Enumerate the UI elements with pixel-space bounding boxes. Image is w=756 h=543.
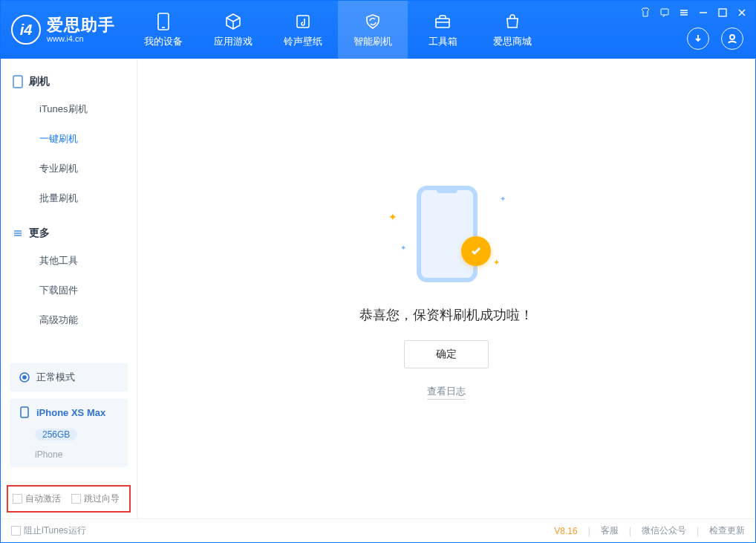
svg-rect-9: [719, 9, 726, 16]
sidebar-group-flash: 刷机: [1, 69, 137, 94]
refresh-shield-icon: [363, 12, 382, 31]
sidebar-item-batch-flash[interactable]: 批量刷机: [1, 183, 137, 213]
device-info-row[interactable]: iPhone XS Max 256GB iPhone: [10, 399, 128, 467]
logo-letter: i4: [20, 22, 33, 39]
sidebar-item-download-firmware[interactable]: 下载固件: [1, 276, 137, 305]
sparkle-icon: ✦: [388, 211, 397, 223]
svg-point-12: [730, 35, 734, 39]
window-controls: [639, 7, 748, 19]
sparkle-icon: ✦: [500, 195, 506, 203]
cube-icon: [224, 12, 243, 31]
sidebar-group-title: 更多: [29, 227, 50, 240]
tab-toolbox[interactable]: 工具箱: [408, 1, 478, 59]
phone-icon: [13, 75, 23, 88]
close-button[interactable]: [736, 7, 748, 19]
tab-ringtones-wallpapers[interactable]: 铃声壁纸: [268, 1, 338, 59]
divider: |: [588, 526, 590, 536]
device-icon: [154, 12, 173, 31]
svg-rect-13: [13, 76, 22, 88]
sidebar-group-title: 刷机: [29, 75, 50, 88]
device-phone-icon: [19, 406, 30, 418]
list-icon: [13, 228, 23, 238]
checkbox-icon: [71, 494, 81, 504]
header: i4 爱思助手 www.i4.cn 我的设备 应用游戏 铃声壁纸 智能刷机: [1, 1, 755, 59]
user-account-button[interactable]: [721, 27, 743, 50]
sparkle-icon: ✦: [400, 244, 406, 252]
sidebar-scroll: 刷机 iTunes刷机 一键刷机 专业刷机 批量刷机 更多 其他工具 下载固件 …: [1, 59, 137, 356]
checkbox-icon: [13, 494, 22, 504]
tab-label: 我的设备: [144, 35, 183, 48]
mode-icon: [19, 371, 30, 383]
app-window: i4 爱思助手 www.i4.cn 我的设备 应用游戏 铃声壁纸 智能刷机: [0, 0, 756, 543]
footer-link-support[interactable]: 客服: [601, 524, 619, 537]
options-highlight-box: 自动激活 跳过向导: [7, 485, 131, 513]
main-content: ✦ ✦ ✦ ✦ 恭喜您，保资料刷机成功啦！ 确定 查看日志: [137, 59, 755, 518]
sidebar: 刷机 iTunes刷机 一键刷机 专业刷机 批量刷机 更多 其他工具 下载固件 …: [1, 59, 137, 518]
success-illustration: ✦ ✦ ✦ ✦: [365, 178, 528, 290]
sidebar-item-advanced[interactable]: 高级功能: [1, 305, 137, 335]
checkbox-icon: [11, 526, 21, 536]
device-panel: 正常模式 iPhone XS Max 256GB iPhone: [1, 356, 137, 482]
divider: |: [629, 526, 631, 536]
footer-link-wechat[interactable]: 微信公众号: [642, 524, 686, 537]
phone-illustration: [417, 186, 478, 282]
tab-label: 铃声壁纸: [284, 35, 322, 48]
success-message: 恭喜您，保资料刷机成功啦！: [359, 306, 533, 324]
tab-label: 智能刷机: [353, 35, 392, 48]
footer-link-check-update[interactable]: 检查更新: [709, 524, 745, 537]
tab-label: 应用游戏: [214, 35, 252, 48]
device-type: iPhone: [35, 449, 62, 460]
sparkle-icon: ✦: [493, 258, 500, 267]
tab-my-device[interactable]: 我的设备: [128, 1, 198, 59]
footer-right: V8.16 | 客服 | 微信公众号 | 检查更新: [554, 524, 745, 537]
svg-point-18: [23, 376, 26, 379]
sidebar-item-pro-flash[interactable]: 专业刷机: [1, 154, 137, 183]
sidebar-item-itunes-flash[interactable]: iTunes刷机: [1, 94, 137, 124]
header-action-buttons: [687, 27, 743, 50]
header-tabs: 我的设备 应用游戏 铃声壁纸 智能刷机 工具箱 爱思商城: [128, 1, 547, 59]
sidebar-item-other-tools[interactable]: 其他工具: [1, 246, 137, 276]
tab-smart-flash[interactable]: 智能刷机: [338, 1, 408, 59]
checkbox-block-itunes[interactable]: 阻止iTunes运行: [11, 524, 86, 537]
body: 刷机 iTunes刷机 一键刷机 专业刷机 批量刷机 更多 其他工具 下载固件 …: [1, 59, 755, 518]
menu-icon[interactable]: [678, 7, 690, 19]
tab-apps-games[interactable]: 应用游戏: [198, 1, 268, 59]
tab-label: 爱思商城: [493, 35, 532, 48]
device-name: iPhone XS Max: [36, 407, 105, 418]
tab-store[interactable]: 爱思商城: [478, 1, 547, 59]
device-mode-row[interactable]: 正常模式: [10, 363, 128, 391]
divider: |: [697, 526, 699, 536]
brand-subtitle: www.i4.cn: [47, 34, 115, 43]
footer-left: 阻止iTunes运行: [11, 524, 86, 537]
view-log-link[interactable]: 查看日志: [427, 385, 466, 400]
maximize-button[interactable]: [717, 7, 729, 19]
logo-block: i4 爱思助手 www.i4.cn: [1, 1, 128, 59]
toolbox-icon: [433, 12, 452, 31]
logo-icon: i4: [11, 15, 41, 45]
sidebar-item-oneclick-flash[interactable]: 一键刷机: [1, 124, 137, 154]
device-storage-badge: 256GB: [35, 429, 77, 440]
success-check-icon: [461, 236, 491, 266]
music-note-icon: [293, 12, 313, 31]
sidebar-group-more: 更多: [1, 221, 137, 246]
svg-rect-4: [661, 9, 668, 15]
download-button[interactable]: [687, 27, 709, 50]
device-mode-label: 正常模式: [36, 371, 75, 384]
footer: 阻止iTunes运行 V8.16 | 客服 | 微信公众号 | 检查更新: [1, 518, 755, 542]
tshirt-icon[interactable]: [639, 7, 651, 19]
checkbox-auto-activate[interactable]: 自动激活: [13, 492, 61, 505]
svg-rect-3: [436, 19, 449, 27]
svg-rect-19: [21, 407, 28, 417]
ok-button[interactable]: 确定: [404, 340, 489, 368]
minimize-button[interactable]: [697, 7, 709, 19]
brand-text: 爱思助手 www.i4.cn: [47, 16, 115, 43]
version-label: V8.16: [554, 526, 577, 536]
checkbox-skip-guide[interactable]: 跳过向导: [71, 492, 120, 505]
feedback-icon[interactable]: [659, 7, 671, 19]
tab-label: 工具箱: [428, 35, 457, 48]
brand-title: 爱思助手: [47, 16, 115, 34]
shopping-bag-icon: [503, 12, 522, 31]
